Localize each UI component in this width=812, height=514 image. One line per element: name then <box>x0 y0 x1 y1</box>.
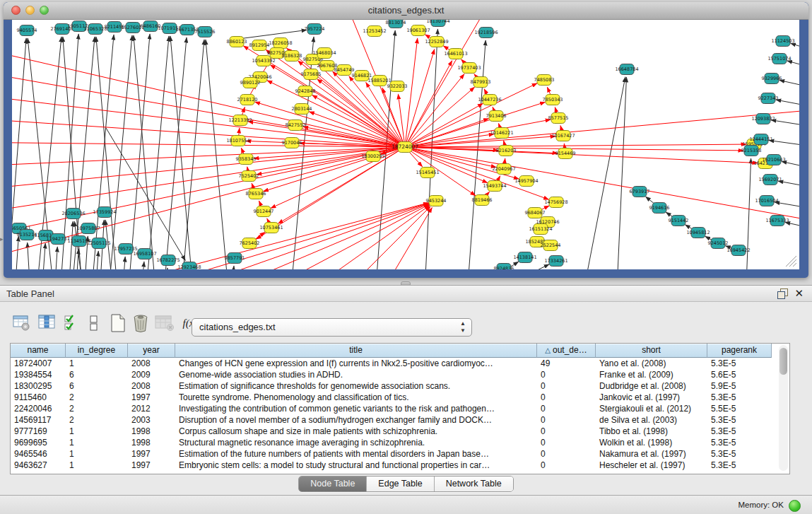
graph-edge[interactable] <box>769 140 799 146</box>
graph-node[interactable]: 9151442 <box>669 216 689 226</box>
table-cell[interactable]: 9777169 <box>11 426 66 437</box>
table-cell[interactable]: Estimation of the future numbers of pati… <box>175 448 537 460</box>
graph-edge[interactable] <box>14 236 18 269</box>
graph-edge[interactable] <box>405 144 746 147</box>
graph-node[interactable]: 15145451 <box>416 168 439 178</box>
graph-edge[interactable] <box>405 38 418 147</box>
column-header-year[interactable]: year <box>128 344 175 358</box>
graph-node[interactable]: 12923468 <box>177 262 201 270</box>
table-cell[interactable]: 0 <box>537 403 596 414</box>
graph-edge[interactable] <box>122 257 125 269</box>
graph-edge[interactable] <box>405 147 799 227</box>
graph-edge[interactable] <box>68 221 73 269</box>
table-cell[interactable]: Genome-wide association studies in ADHD. <box>175 369 537 380</box>
graph-edge[interactable] <box>163 37 187 269</box>
graph-node[interactable]: 8479913 <box>471 77 491 88</box>
graph-node[interactable]: 7850343 <box>543 95 563 105</box>
table-cell[interactable]: 1 <box>66 460 128 471</box>
graph-edge[interactable] <box>96 37 119 269</box>
table-cell[interactable]: Stergiakouli et al. (2012) <box>596 403 707 414</box>
table-cell[interactable]: Tibbo et al. (1998) <box>596 426 707 437</box>
graph-node[interactable]: 9358345 <box>236 154 257 165</box>
graph-node[interactable]: 11675333 <box>765 216 789 226</box>
table-cell[interactable]: 1 <box>66 448 128 460</box>
scrollbar-thumb[interactable] <box>779 348 787 375</box>
graph-edge[interactable] <box>405 147 758 163</box>
column-header-name[interactable]: name <box>11 344 66 358</box>
table-cell[interactable]: 1 <box>66 437 128 448</box>
graph-edge[interactable] <box>206 40 230 269</box>
table-cell[interactable]: 6 <box>66 380 128 392</box>
graph-edge[interactable] <box>405 49 435 147</box>
table-cell[interactable]: 1997 <box>128 460 175 471</box>
graph-node[interactable]: 9329966 <box>762 74 782 84</box>
graph-node[interactable]: 7957224 <box>305 24 325 35</box>
graph-node[interactable]: 9227343 <box>758 93 779 104</box>
graph-node[interactable]: 15751074 <box>767 54 791 64</box>
table-cell[interactable]: Corpus callosum shape and size in male p… <box>175 426 537 437</box>
graph-edge[interactable] <box>134 35 157 269</box>
graph-node[interactable]: 10753461 <box>259 223 283 233</box>
graph-edge[interactable] <box>145 36 169 269</box>
graph-node[interactable]: 16782275 <box>156 255 180 266</box>
table-row[interactable]: 1938455462009Genome-wide association stu… <box>11 369 789 380</box>
resize-grip-icon[interactable] <box>789 259 796 267</box>
table-cell[interactable]: Embryonic stem cells: a model to study s… <box>175 460 537 471</box>
merge-rows-button[interactable] <box>83 313 105 334</box>
table-row[interactable]: 946362711997Embryonic stem cells: a mode… <box>11 460 789 471</box>
table-row[interactable]: 911546021997Tourette syndrome. Phenomeno… <box>11 392 789 403</box>
graph-edge[interactable] <box>107 35 132 269</box>
graph-edge[interactable] <box>779 80 799 88</box>
table-cell[interactable]: Estimation of significance thresholds fo… <box>175 380 537 392</box>
table-cell[interactable]: Franke et al. (2009) <box>596 369 707 380</box>
table-cell[interactable]: 2008 <box>128 358 175 369</box>
table-cell[interactable]: 9115460 <box>11 392 66 403</box>
graph-node[interactable]: 7913406 <box>486 111 507 122</box>
column-header-pagerank[interactable]: pagerank <box>707 344 772 358</box>
column-visibility-button[interactable] <box>37 313 58 334</box>
graph-node[interactable]: 17016504 <box>755 196 778 206</box>
graph-edge[interactable] <box>106 128 185 261</box>
graph-edge[interactable] <box>140 262 144 269</box>
table-cell[interactable]: 5.3E-5 <box>707 460 772 471</box>
table-cell[interactable]: 5.3E-5 <box>707 426 772 437</box>
graph-node[interactable]: 9857791 <box>225 253 245 264</box>
table-cell[interactable]: Jankovic et al. (1997) <box>596 392 707 403</box>
graph-edge[interactable] <box>233 30 307 40</box>
graph-edge[interactable] <box>405 147 488 183</box>
table-cell[interactable]: Tourette syndrome. Phenomenology and cla… <box>175 392 537 403</box>
float-window-icon[interactable] <box>777 288 788 298</box>
table-cell[interactable]: Wolkin et al. (1998) <box>596 437 707 448</box>
table-cell[interactable]: 1 <box>66 358 128 369</box>
table-cell[interactable]: 0 <box>537 437 596 448</box>
graph-edge[interactable] <box>771 120 799 127</box>
graph-node[interactable]: 19061307 <box>406 25 430 36</box>
table-settings-button[interactable] <box>11 313 33 334</box>
table-row[interactable]: 946554611997Estimation of the future num… <box>11 448 789 460</box>
graph-node[interactable]: 16945422 <box>726 245 750 256</box>
graph-edge[interactable] <box>12 43 405 147</box>
graph-node[interactable]: 19737403 <box>457 63 481 74</box>
graph-edge[interactable] <box>267 81 405 147</box>
graph-node[interactable]: 9405574 <box>17 25 37 36</box>
graph-edge[interactable] <box>12 147 405 241</box>
graph-node[interactable]: 8912954 <box>249 40 270 51</box>
table-cell[interactable]: 5.3E-5 <box>707 358 772 369</box>
table-cell[interactable]: 2008 <box>128 380 175 392</box>
graph-node[interactable]: 12252849 <box>425 37 448 47</box>
close-panel-icon[interactable]: ✕ <box>794 287 804 300</box>
graph-node[interactable]: 8216203 <box>496 146 517 156</box>
table-cell[interactable]: 5.5E-5 <box>707 403 772 414</box>
graph-node[interactable]: 9012447 <box>254 206 274 217</box>
table-cell[interactable]: 2 <box>66 403 128 414</box>
table-cell[interactable]: 2 <box>66 414 128 426</box>
table-cell[interactable]: 2009 <box>128 369 175 380</box>
graph-edge[interactable] <box>791 43 799 50</box>
collapsed-panel-arrow-icon[interactable]: ▸ <box>0 233 7 245</box>
table-cell[interactable]: 5.3E-5 <box>707 448 772 460</box>
table-cell[interactable]: 0 <box>537 426 596 437</box>
vertical-scrollbar[interactable] <box>779 345 788 471</box>
table-cell[interactable]: 6 <box>66 369 128 380</box>
tab-node-table[interactable]: Node Table <box>299 477 367 491</box>
graph-edge[interactable] <box>71 37 95 269</box>
